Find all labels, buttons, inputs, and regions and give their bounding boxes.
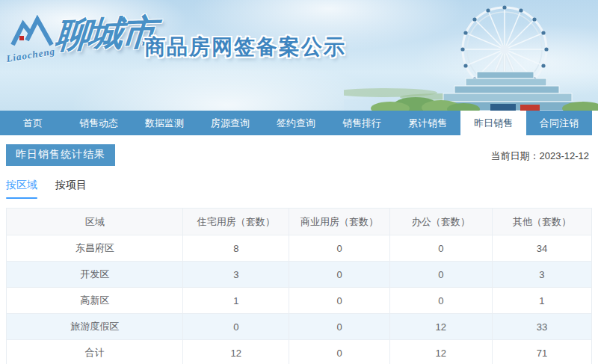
nav-item-home[interactable]: 首页: [0, 111, 66, 135]
table-cell: 0: [389, 288, 492, 314]
table-cell: 0: [289, 340, 390, 364]
column-header: 办公（套数）: [389, 209, 492, 235]
table-cell: 34: [492, 235, 591, 262]
nav-item-cumulative-sales[interactable]: 累计销售: [395, 111, 460, 135]
table-cell: 3: [492, 262, 591, 288]
column-header: 商业用房（套数）: [289, 209, 390, 235]
table-cell: 33: [492, 314, 591, 340]
table-cell: 0: [289, 288, 390, 314]
table-cell: 合计: [7, 340, 183, 364]
table-cell: 高新区: [7, 288, 183, 314]
sales-statistics-table: 区域住宅用房（套数）商业用房（套数）办公（套数）其他（套数） 东昌府区80034…: [6, 208, 592, 364]
view-tabs: 按区域 按项目: [6, 179, 592, 199]
table-cell: 0: [389, 235, 492, 262]
column-header: 区域: [7, 209, 183, 235]
table-header-row: 区域住宅用房（套数）商业用房（套数）办公（套数）其他（套数）: [7, 209, 592, 235]
table-cell: 旅游度假区: [7, 314, 183, 340]
city-logo-icon: [10, 15, 54, 49]
ferris-wheel-illustration: [344, 0, 598, 111]
main-nav: 首页 销售动态 数据监测 房源查询 签约查询 销售排行 累计销售 昨日销售 合同…: [0, 111, 598, 135]
nav-spacer: [592, 111, 598, 135]
page: Liaocheng 聊城市 商品房网签备案公示: [0, 0, 598, 364]
table-cell: 东昌府区: [7, 235, 183, 262]
table-row: 高新区1001: [7, 288, 592, 314]
nav-item-sales-dynamics[interactable]: 销售动态: [66, 111, 132, 135]
table-cell: 0: [389, 262, 492, 288]
tab-by-region[interactable]: 按区域: [6, 179, 37, 199]
table-cell: 12: [389, 314, 492, 340]
table-cell: 8: [183, 235, 289, 262]
current-date-label: 当前日期：2023-12-12: [491, 149, 590, 163]
table-row: 合计1201271: [7, 340, 592, 364]
table-body: 东昌府区80034开发区3003高新区1001旅游度假区001233合计1201…: [7, 235, 592, 364]
section-title: 昨日销售统计结果: [6, 144, 115, 166]
table-cell: 3: [183, 262, 289, 288]
table-cell: 0: [183, 314, 289, 340]
city-name-calligraphy: 聊城市: [54, 15, 155, 54]
site-title: 商品房网签备案公示: [144, 33, 346, 61]
table-cell: 开发区: [7, 262, 183, 288]
tab-by-project[interactable]: 按项目: [55, 179, 87, 199]
nav-item-data-monitoring[interactable]: 数据监测: [132, 111, 197, 135]
table-cell: 0: [289, 235, 390, 262]
table-row: 东昌府区80034: [7, 235, 592, 262]
table-cell: 0: [289, 262, 390, 288]
nav-item-sales-ranking[interactable]: 销售排行: [329, 111, 395, 135]
site-banner: Liaocheng 聊城市 商品房网签备案公示: [0, 0, 598, 111]
column-header: 住宅用房（套数）: [183, 209, 289, 235]
table-row: 旅游度假区001233: [7, 314, 592, 340]
table-row: 开发区3003: [7, 262, 592, 288]
table-cell: 71: [492, 340, 591, 364]
table-cell: 1: [183, 288, 289, 314]
nav-item-housing-query[interactable]: 房源查询: [197, 111, 263, 135]
table-cell: 1: [492, 288, 591, 314]
table-cell: 12: [183, 340, 289, 364]
nav-item-yesterday-sales[interactable]: 昨日销售: [460, 111, 526, 135]
nav-item-contract-cancellation[interactable]: 合同注销: [526, 111, 592, 135]
column-header: 其他（套数）: [492, 209, 591, 235]
nav-item-contract-query[interactable]: 签约查询: [263, 111, 329, 135]
content-area: 昨日销售统计结果 当前日期：2023-12-12 按区域 按项目 区域住宅用房（…: [0, 135, 598, 364]
table-cell: 0: [289, 314, 390, 340]
table-cell: 12: [389, 340, 492, 364]
